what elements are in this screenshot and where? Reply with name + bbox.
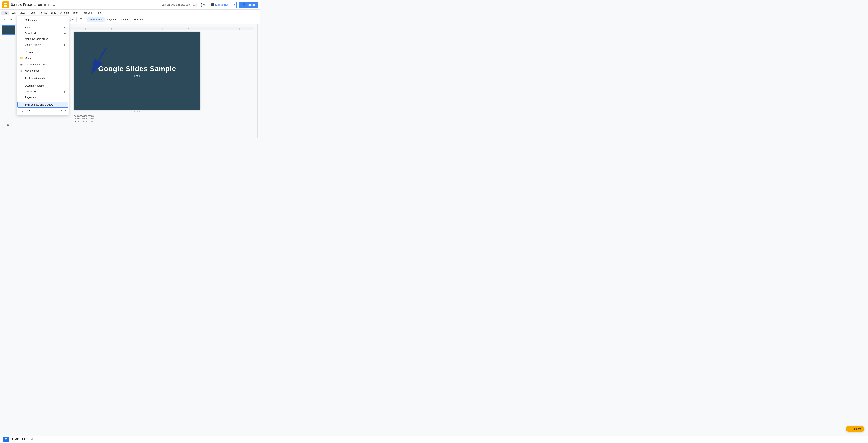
- menu-item-addons[interactable]: Add-ons: [81, 10, 94, 15]
- ruler-mark: 4: [99, 28, 124, 30]
- transition-button[interactable]: Transition: [131, 18, 146, 22]
- move-item[interactable]: 📁 Move: [17, 55, 69, 61]
- move-trash-icon: 🗑: [20, 69, 23, 72]
- page-setup-label: Page setup: [25, 96, 37, 99]
- share-label: Share: [247, 3, 255, 6]
- activity-button[interactable]: 📈: [191, 1, 198, 8]
- speaker-note-3: des speaker notes: [74, 120, 200, 123]
- layout-button[interactable]: Layout ▾: [105, 18, 118, 22]
- file-dropdown-menu: Make a copy Email ▶ Download ▶ Make avai…: [17, 15, 69, 115]
- print-preview-item[interactable]: Print settings and preview: [18, 102, 68, 108]
- dropdown-section-details: Document details Language ▶ Page setup: [17, 82, 69, 101]
- toolbar-sep-1: [16, 18, 16, 22]
- app-title: Sample Presentation: [11, 3, 42, 7]
- menu-item-view[interactable]: View: [18, 10, 27, 15]
- make-copy-item[interactable]: Make a copy: [17, 17, 69, 23]
- slide-dot-3: [139, 75, 141, 76]
- add-shortcut-item[interactable]: ⊡ Add shortcut to Drive: [17, 61, 69, 68]
- title-icons: ★ ⊡ ☁: [43, 3, 56, 7]
- dropdown-section-print: Print settings and preview 🖨 Print Ctrl+…: [17, 101, 69, 114]
- text-button[interactable]: T: [78, 17, 84, 23]
- speaker-note-2: des speaker notes: [74, 117, 200, 120]
- slide-panel: 1 ⊞ ⋯: [0, 24, 17, 137]
- slide-dots: [134, 75, 141, 76]
- speaker-note-1: des speaker notes: [74, 114, 200, 117]
- drive-icon[interactable]: ⊡: [48, 3, 51, 7]
- comments-button[interactable]: 💬: [199, 1, 206, 8]
- print-label: Print: [25, 109, 30, 112]
- canvas-resize-handle: [134, 111, 140, 112]
- menu-item-format[interactable]: Format: [37, 10, 49, 15]
- rename-item[interactable]: Rename: [17, 49, 69, 55]
- cloud-icon[interactable]: ☁: [52, 3, 56, 7]
- slide-canvas[interactable]: Google Slides Sample: [74, 32, 200, 110]
- make-offline-item[interactable]: Make available offline: [17, 36, 69, 42]
- add-dropdown-button[interactable]: ▾: [8, 17, 14, 23]
- print-icon: 🖨: [20, 109, 23, 112]
- move-icon: 📁: [20, 57, 23, 60]
- theme-button[interactable]: Theme: [119, 18, 130, 22]
- doc-details-item[interactable]: Document details: [17, 83, 69, 89]
- slideshow-label: Slideshow: [215, 3, 228, 6]
- add-shortcut-label: Add shortcut to Drive: [25, 63, 48, 66]
- version-history-item[interactable]: Version history ▶: [17, 42, 69, 47]
- ruler-mark: 5: [124, 28, 150, 30]
- collapse-panel-button[interactable]: ‹: [259, 25, 259, 28]
- doc-details-label: Document details: [25, 84, 43, 87]
- last-edit-text: Last edit was 8 minutes ago: [162, 3, 190, 6]
- print-preview-label: Print settings and preview: [25, 103, 53, 106]
- move-label: Move: [25, 57, 31, 60]
- canvas-dot: [139, 111, 140, 112]
- language-label: Language: [25, 90, 36, 93]
- slideshow-main-button[interactable]: ⬛ Slideshow: [208, 2, 230, 8]
- menu-item-arrange[interactable]: Arrange: [58, 10, 71, 15]
- background-button[interactable]: Background: [87, 18, 104, 22]
- menu-bar: File Edit View Insert Format Slide Arran…: [0, 10, 260, 15]
- menu-item-edit[interactable]: Edit: [9, 10, 17, 15]
- ruler-mark: 3: [73, 28, 99, 30]
- layout-label: Layout: [107, 18, 114, 21]
- slideshow-btn-group: ⬛ Slideshow ▾: [208, 2, 237, 8]
- menu-item-slide[interactable]: Slide: [49, 10, 58, 15]
- version-history-label: Version history: [25, 43, 41, 46]
- page-setup-item[interactable]: Page setup: [17, 94, 69, 100]
- slide-thumbnail-1[interactable]: [2, 25, 15, 35]
- print-item[interactable]: 🖨 Print Ctrl+P: [17, 108, 69, 114]
- menu-item-file[interactable]: File: [1, 10, 9, 15]
- add-slide-button[interactable]: ＋: [1, 17, 7, 23]
- language-item[interactable]: Language ▶: [17, 89, 69, 94]
- version-history-arrow: ▶: [64, 43, 66, 46]
- title-bar: Sample Presentation ★ ⊡ ☁ Last edit was …: [0, 0, 260, 10]
- ruler-mark: 6: [150, 28, 176, 30]
- share-button[interactable]: 👤 Share: [239, 2, 258, 8]
- star-icon[interactable]: ★: [43, 3, 47, 7]
- sidebar-filmstrip-btn[interactable]: ⊞: [5, 121, 12, 128]
- make-offline-label: Make available offline: [25, 38, 48, 40]
- rename-label: Rename: [25, 51, 34, 54]
- slideshow-icon: ⬛: [211, 3, 214, 6]
- publish-label: Publish to the web: [25, 77, 44, 80]
- line-button[interactable]: ╱▾: [69, 17, 75, 23]
- menu-item-help[interactable]: Help: [94, 10, 103, 15]
- layout-arrow: ▾: [115, 18, 117, 21]
- move-trash-item[interactable]: 🗑 Move to trash: [17, 68, 69, 74]
- ruler-mark: 9: [227, 28, 253, 30]
- publish-item[interactable]: Publish to the web: [17, 75, 69, 81]
- speaker-notes: des speaker notes des speaker notes des …: [74, 114, 200, 123]
- language-arrow: ▶: [64, 90, 66, 93]
- menu-item-insert[interactable]: Insert: [27, 10, 37, 15]
- email-item[interactable]: Email ▶: [17, 25, 69, 30]
- slide-dot-2: [136, 75, 138, 76]
- download-item[interactable]: Download ▶: [17, 30, 69, 36]
- download-arrow: ▶: [64, 32, 66, 35]
- print-shortcut: Ctrl+P: [60, 109, 66, 112]
- dropdown-section-organize: Rename 📁 Move ⊡ Add shortcut to Drive 🗑 …: [17, 48, 69, 75]
- slide-title: Google Slides Sample: [98, 65, 176, 73]
- add-shortcut-icon: ⊡: [20, 63, 23, 66]
- slideshow-dropdown-button[interactable]: ▾: [232, 2, 237, 7]
- menu-item-tools[interactable]: Tools: [71, 10, 80, 15]
- app-logo: [2, 1, 9, 8]
- make-copy-label: Make a copy: [25, 19, 39, 21]
- header-right: Last edit was 8 minutes ago 📈 💬 ⬛ Slides…: [162, 1, 258, 8]
- sidebar-grid-btn[interactable]: ⋯: [5, 129, 12, 136]
